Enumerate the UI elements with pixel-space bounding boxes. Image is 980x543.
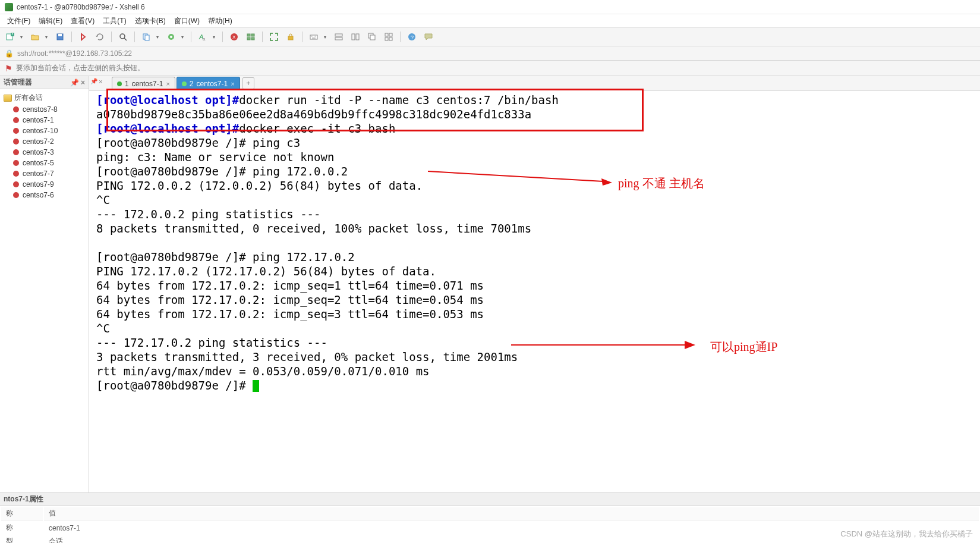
keyboard-icon[interactable]	[307, 30, 320, 43]
add-tab-button[interactable]: +	[242, 77, 254, 89]
menu-file[interactable]: 文件(F)	[4, 15, 34, 27]
pin-icon[interactable]: 📌	[90, 78, 97, 85]
sidebar-header: 话管理器 📌 ×	[0, 76, 89, 89]
svg-rect-17	[288, 36, 293, 40]
tile-h-icon[interactable]	[332, 30, 345, 43]
font-icon[interactable]: Aa	[196, 30, 209, 43]
prop-value: centos7-1	[44, 522, 979, 534]
save-icon[interactable]	[53, 30, 67, 43]
svg-rect-28	[389, 37, 392, 40]
tab-num: 1	[125, 80, 129, 88]
menu-edit[interactable]: 编辑(E)	[35, 15, 66, 27]
session-item[interactable]: centos7-9	[1, 179, 87, 190]
col-name: 称	[1, 507, 43, 520]
window-title: centos7-1 - @a0780bd9879e:/ - Xshell 6	[17, 3, 145, 11]
titlebar: centos7-1 - @a0780bd9879e:/ - Xshell 6	[0, 0, 980, 14]
svg-point-4	[120, 34, 125, 39]
session-item[interactable]: centos7-1	[1, 115, 87, 125]
svg-rect-26	[389, 33, 392, 36]
help-icon[interactable]: ?	[405, 30, 418, 43]
svg-rect-15	[247, 37, 250, 40]
tab-label: centos7-1	[197, 80, 228, 88]
menu-tab[interactable]: 选项卡(B)	[131, 15, 169, 27]
sessions-icon[interactable]	[244, 30, 257, 43]
svg-marker-41	[601, 178, 612, 186]
terminal[interactable]: 🔍 [root@localhost opt]#docker run -itd -…	[89, 90, 980, 492]
lock-icon[interactable]	[284, 30, 297, 43]
menu-tools[interactable]: 工具(T)	[99, 15, 130, 27]
session-icon	[12, 191, 20, 199]
reconnect-icon[interactable]	[93, 30, 106, 43]
cascade-icon[interactable]	[365, 30, 379, 43]
session-item[interactable]: centos7-7	[1, 168, 87, 179]
dropdown-icon[interactable]: ▾	[324, 34, 329, 40]
menu-window[interactable]: 窗口(W)	[171, 15, 203, 27]
tab-1[interactable]: 1 centos7-1 ×	[112, 77, 175, 90]
dropdown-icon[interactable]: ▾	[156, 34, 161, 40]
address-url[interactable]: ssh://root:******@192.168.73.105:22	[17, 49, 132, 58]
lock-icon: 🔒	[5, 49, 14, 58]
session-label: centos7-7	[23, 170, 54, 178]
svg-point-38	[13, 181, 19, 187]
session-icon	[12, 159, 20, 167]
session-icon	[12, 148, 20, 156]
session-label: centso7-6	[23, 191, 54, 199]
session-icon	[12, 170, 20, 178]
pin-icon[interactable]: 📌 ×	[70, 79, 85, 87]
connect-icon[interactable]	[77, 30, 90, 43]
fullscreen-icon[interactable]	[267, 30, 281, 43]
search-icon[interactable]	[116, 30, 130, 43]
arrow-icon	[428, 167, 612, 190]
menu-view[interactable]: 查看(V)	[67, 15, 98, 27]
tile-icon[interactable]	[382, 30, 395, 43]
svg-line-40	[428, 171, 603, 181]
content: 📌 × 1 centos7-1 × 2 centos7-1 × +	[89, 76, 980, 492]
annotation-text: 可以ping通IP	[710, 339, 777, 355]
close-icon[interactable]: ×	[231, 80, 234, 87]
dropdown-icon[interactable]: ▾	[20, 34, 25, 40]
session-icon	[12, 127, 20, 135]
app-icon	[5, 3, 13, 11]
session-item[interactable]: centos7-3	[1, 147, 87, 158]
session-label: centos7-5	[23, 159, 54, 167]
close-icon[interactable]: ×	[166, 80, 169, 87]
tile-v-icon[interactable]	[349, 30, 362, 43]
session-icon	[12, 116, 20, 124]
tab-2[interactable]: 2 centos7-1 ×	[177, 77, 240, 90]
flag-icon: ⚑	[5, 64, 12, 73]
session-item[interactable]: centos7-5	[1, 158, 87, 168]
xshell-icon[interactable]: X	[228, 30, 241, 43]
session-item[interactable]: censtos7-8	[1, 104, 87, 115]
session-label: censtos7-8	[23, 105, 58, 114]
svg-rect-19	[335, 34, 342, 36]
paste-icon[interactable]	[165, 30, 178, 43]
session-icon	[12, 137, 20, 146]
tree-root[interactable]: 所有会话	[1, 92, 87, 104]
chat-icon[interactable]	[422, 30, 435, 43]
session-icon	[12, 180, 20, 189]
svg-text:?: ?	[411, 34, 414, 40]
svg-rect-6	[145, 35, 149, 40]
properties-title: ntos7-1属性	[0, 493, 980, 506]
copy-icon[interactable]	[140, 30, 153, 43]
svg-rect-18	[310, 35, 317, 39]
open-icon[interactable]	[29, 30, 42, 43]
session-icon	[12, 105, 20, 114]
session-item[interactable]: centos7-2	[1, 136, 87, 147]
new-tab-icon[interactable]	[4, 30, 17, 43]
dropdown-icon[interactable]: ▾	[181, 34, 186, 40]
svg-point-37	[13, 171, 19, 177]
svg-rect-22	[356, 34, 359, 40]
session-item[interactable]: centos7-10	[1, 125, 87, 136]
main: 话管理器 📌 × 所有会话 censtos7-8 centos7-1 cento…	[0, 76, 980, 492]
dropdown-icon[interactable]: ▾	[213, 34, 218, 40]
arrow-icon	[511, 333, 695, 357]
session-item[interactable]: centso7-6	[1, 190, 87, 200]
dropdown-icon[interactable]: ▾	[45, 34, 50, 40]
col-value: 值	[44, 507, 979, 520]
close-icon[interactable]: ×	[99, 78, 102, 85]
root-label: 所有会话	[14, 93, 43, 103]
menu-help[interactable]: 帮助(H)	[204, 15, 236, 27]
prop-value: 会话	[44, 535, 979, 543]
svg-rect-20	[335, 37, 342, 40]
